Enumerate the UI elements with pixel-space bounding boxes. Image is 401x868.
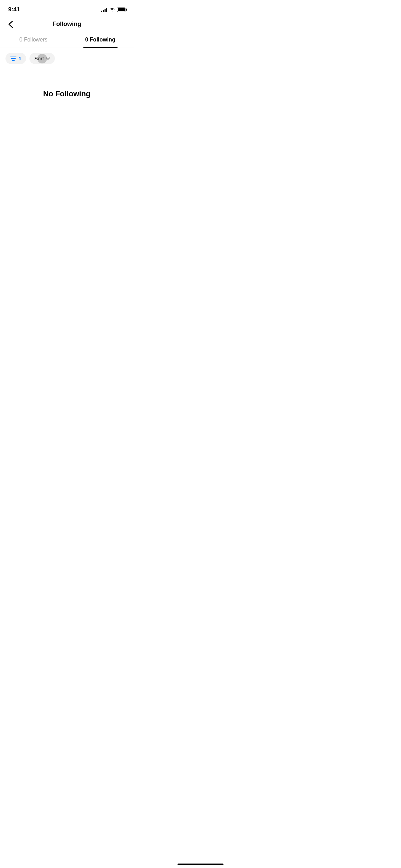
sort-button-wrap: Sort: [29, 53, 55, 64]
filter-icon: [10, 56, 16, 61]
filter-row: 1 Sort: [0, 48, 134, 69]
back-button[interactable]: [7, 19, 14, 29]
wifi-icon: [109, 8, 115, 12]
signal-icon: [101, 7, 107, 12]
status-icons: [101, 7, 125, 12]
filter-count: 1: [19, 56, 21, 61]
status-time: 9:41: [8, 6, 20, 13]
tab-active-indicator: [83, 47, 118, 48]
nav-header: Following: [0, 17, 134, 32]
battery-icon: [117, 8, 125, 12]
tabs-container: 0 Followers 0 Following: [0, 32, 134, 48]
status-bar: 9:41: [0, 0, 134, 17]
empty-state: No Following: [0, 69, 134, 119]
empty-state-message: No Following: [43, 89, 90, 98]
chevron-down-icon: [46, 57, 50, 60]
sort-label: Sort: [34, 56, 44, 61]
filter-button[interactable]: 1: [5, 53, 26, 64]
page-title: Following: [52, 21, 81, 28]
tab-followers[interactable]: 0 Followers: [0, 32, 67, 48]
sort-button[interactable]: Sort: [29, 53, 55, 64]
tab-following[interactable]: 0 Following: [67, 32, 134, 48]
